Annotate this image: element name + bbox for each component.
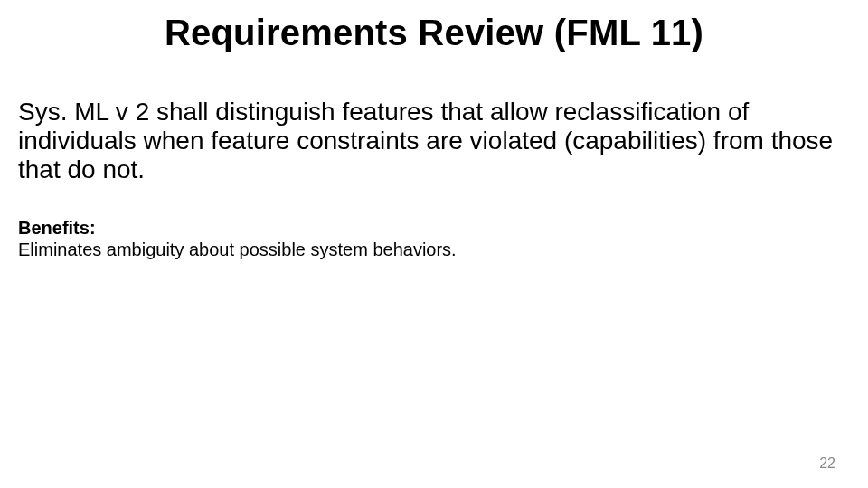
- page-number: 22: [819, 455, 835, 472]
- benefits-label: Benefits:: [18, 218, 96, 238]
- slide: Requirements Review (FML 11) Sys. ML v 2…: [0, 0, 868, 488]
- slide-body-text: Sys. ML v 2 shall distinguish features t…: [18, 98, 850, 185]
- slide-title: Requirements Review (FML 11): [0, 13, 868, 53]
- benefits-block: Benefits: Eliminates ambiguity about pos…: [18, 217, 850, 260]
- benefits-text: Eliminates ambiguity about possible syst…: [18, 239, 850, 260]
